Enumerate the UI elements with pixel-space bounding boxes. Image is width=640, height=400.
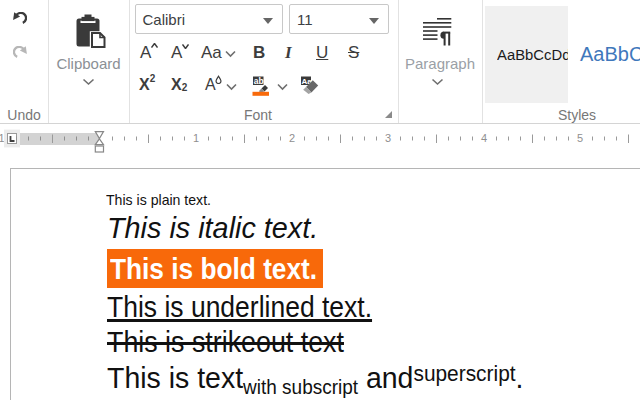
svg-text:ab: ab bbox=[254, 76, 264, 86]
svg-text:5: 5 bbox=[577, 132, 583, 144]
svg-text:1: 1 bbox=[0, 132, 5, 144]
svg-text:4: 4 bbox=[481, 132, 487, 144]
svg-text:1: 1 bbox=[193, 132, 199, 144]
svg-text:3: 3 bbox=[385, 132, 391, 144]
svg-text:2: 2 bbox=[289, 132, 295, 144]
